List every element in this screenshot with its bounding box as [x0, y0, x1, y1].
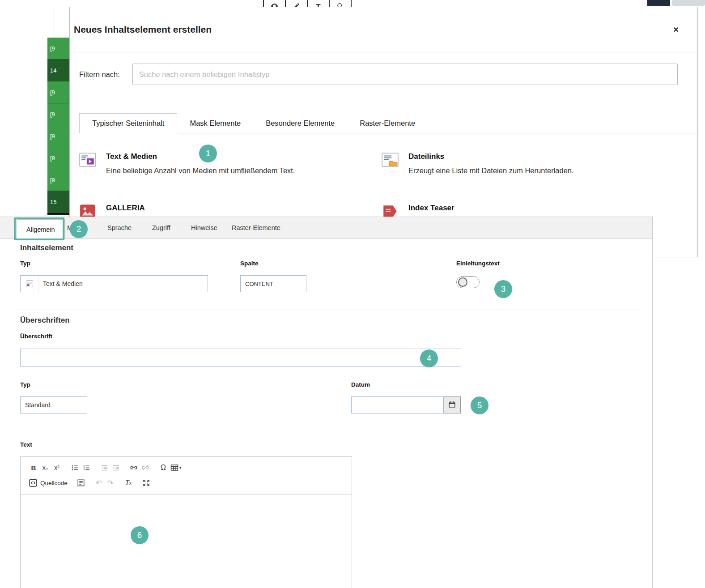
- datepicker-button[interactable]: [444, 396, 461, 413]
- unlink-icon: [141, 464, 149, 472]
- close-icon[interactable]: ×: [673, 25, 679, 34]
- content-type-title: Index Teaser: [408, 204, 454, 213]
- content-type-dateilinks[interactable]: Dateilinks Erzeugt eine Liste mit Dateie…: [382, 151, 686, 177]
- annotation-badge-5: 5: [471, 396, 488, 414]
- content-type-text: Dateilinks Erzeugt eine Liste mit Dateie…: [408, 151, 574, 177]
- indent-button[interactable]: [110, 462, 122, 473]
- outdent-button[interactable]: [98, 462, 110, 473]
- content-type-search-input[interactable]: [132, 64, 678, 85]
- filter-label: Filtern nach:: [79, 70, 120, 79]
- show-blocks-icon: [77, 479, 85, 487]
- ueberschrift-input[interactable]: [20, 349, 461, 366]
- remove-format-icon: T: [125, 479, 129, 487]
- einleitungstext-toggle[interactable]: [456, 276, 480, 288]
- bullet-list-button[interactable]: [69, 462, 81, 473]
- subscript-button[interactable]: x₂: [39, 462, 51, 473]
- screen: T [9 14 [9 [9 [9 [9 [9 15 Neues Inhaltse…: [0, 0, 705, 588]
- annotation-badge-6: 6: [131, 526, 149, 544]
- link-button[interactable]: [128, 462, 140, 473]
- rte-toolbar-row-1: B x₂ x² Ω ▾: [28, 461, 344, 474]
- ueberschrift-typ-label: Typ: [20, 381, 30, 388]
- spalte-input[interactable]: [240, 275, 306, 292]
- source-code-button[interactable]: Quellcode: [28, 477, 69, 489]
- einleitungstext-label: Einleitungstext: [456, 260, 500, 267]
- tree-row[interactable]: [9: [47, 147, 70, 169]
- typ-field: [20, 275, 208, 292]
- annotation-badge-1: 1: [199, 145, 217, 162]
- form-tab-bar: Allgemein M Sprache Zugriff Hinweise Ras…: [0, 217, 652, 239]
- section-ueberschriften: Überschriften: [20, 316, 70, 325]
- content-type-description: Eine beliebige Anzahl von Medien mit umf…: [106, 165, 295, 177]
- annotation-badge-4: 4: [420, 349, 438, 367]
- content-type-description: Erzeugt eine Liste mit Dateien zum Herun…: [408, 165, 574, 177]
- remove-format-button[interactable]: Tx: [123, 477, 134, 489]
- outdent-icon: [101, 464, 108, 472]
- numbered-list-button[interactable]: [81, 462, 92, 473]
- table-button[interactable]: ▾: [169, 462, 183, 473]
- bold-icon: B: [31, 464, 36, 472]
- datum-label: Datum: [351, 381, 370, 388]
- calendar-icon: [448, 401, 456, 409]
- filelinks-icon: [382, 151, 399, 168]
- tree-row[interactable]: [9: [47, 103, 70, 125]
- tree-row[interactable]: [9: [47, 38, 70, 60]
- tab-zugriff[interactable]: Zugriff: [152, 217, 170, 239]
- tree-row[interactable]: [9: [47, 81, 70, 103]
- toggle-knob: [458, 277, 467, 287]
- background-window-edge-top: [54, 7, 71, 7]
- ueberschrift-typ-input[interactable]: [20, 396, 87, 413]
- browser-chrome-fragment: [647, 0, 670, 6]
- ueberschrift-label: Überschrift: [20, 333, 52, 340]
- superscript-button[interactable]: x²: [51, 462, 63, 473]
- tab-raster-elemente[interactable]: Raster-Elemente: [232, 217, 280, 239]
- tree-row[interactable]: 14: [47, 60, 70, 81]
- content-element-form: Allgemein M Sprache Zugriff Hinweise Ras…: [0, 217, 653, 588]
- source-code-label: Quellcode: [40, 480, 68, 486]
- filter-row: Filtern nach:: [79, 64, 678, 85]
- typ-input[interactable]: [38, 276, 208, 292]
- browser-tab-fragment: [672, 0, 705, 6]
- special-character-button[interactable]: Ω: [157, 462, 169, 473]
- annotation-badge-3: 3: [494, 280, 512, 298]
- tree-row[interactable]: 15: [47, 191, 70, 213]
- undo-button[interactable]: ↶: [93, 477, 105, 489]
- content-type-title: GALLERIA: [106, 204, 145, 213]
- redo-button[interactable]: ↷: [105, 477, 116, 489]
- section-divider: [13, 310, 639, 310]
- background-window-edge: [54, 7, 54, 38]
- maximize-icon: [142, 479, 150, 487]
- text-media-icon: [79, 151, 96, 168]
- rte-toolbar: B x₂ x² Ω ▾: [21, 457, 352, 495]
- annotation-highlight-allgemein-tab: [14, 217, 64, 240]
- indent-icon: [112, 464, 120, 472]
- tree-row[interactable]: [9: [47, 169, 70, 191]
- bold-button[interactable]: B: [28, 462, 39, 473]
- content-type-title: Dateilinks: [408, 152, 574, 161]
- tab-raster-elemente[interactable]: Raster-Elemente: [347, 113, 428, 133]
- chevron-down-icon: ▾: [179, 465, 182, 470]
- bullet-list-icon: [71, 464, 79, 472]
- tab-sprache[interactable]: Sprache: [107, 217, 132, 239]
- show-blocks-button[interactable]: [75, 477, 87, 489]
- source-code-icon: [29, 479, 37, 487]
- unlink-button[interactable]: [140, 462, 151, 473]
- section-inhaltselement: Inhaltselement: [20, 243, 73, 252]
- table-icon: [170, 464, 178, 472]
- annotation-badge-2: 2: [70, 220, 88, 238]
- modal-tab-bar: Typischer Seiteninhalt Mask Elemente Bes…: [70, 113, 697, 133]
- datum-input[interactable]: [351, 396, 444, 413]
- tab-typischer-seiteninhalt[interactable]: Typischer Seiteninhalt: [79, 113, 177, 133]
- modal-title: Neues Inhaltselement erstellen: [74, 24, 212, 35]
- remove-format-sub: x: [129, 481, 132, 486]
- spalte-label: Spalte: [240, 260, 259, 267]
- tab-besondere-elemente[interactable]: Besondere Elemente: [253, 113, 347, 133]
- modal-header: Neues Inhaltselement erstellen ×: [70, 7, 697, 52]
- tab-mask-elemente[interactable]: Mask Elemente: [177, 113, 253, 133]
- tab-hinweise[interactable]: Hinweise: [191, 217, 217, 239]
- tree-row[interactable]: [9: [47, 125, 70, 147]
- maximize-button[interactable]: [140, 477, 152, 489]
- rte-toolbar-row-2: Quellcode ↶ ↷ Tx: [28, 477, 344, 489]
- link-icon: [130, 464, 138, 472]
- text-label: Text: [20, 441, 32, 448]
- richtext-editor: B x₂ x² Ω ▾: [20, 456, 352, 588]
